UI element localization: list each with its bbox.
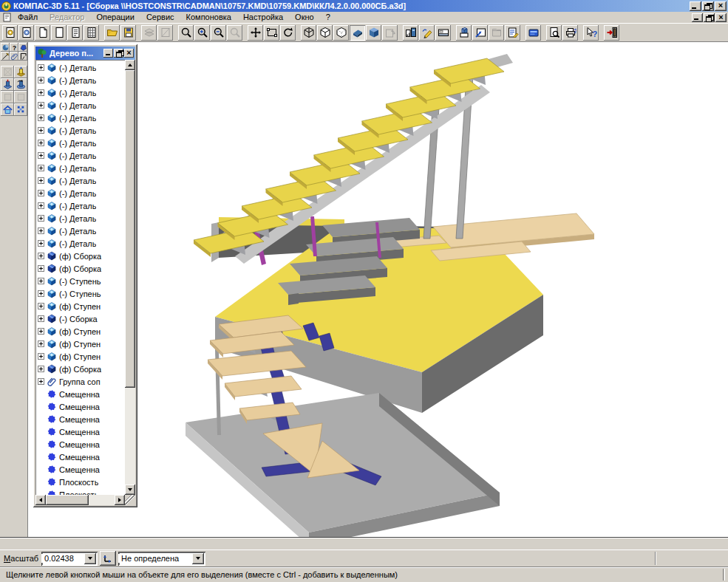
messages-window-button[interactable]: [525, 25, 541, 41]
mode-help-button[interactable]: ?: [10, 43, 18, 52]
refresh-view-button[interactable]: [280, 25, 296, 41]
tree-item[interactable]: Смещенна: [35, 463, 125, 476]
expand-plus-icon[interactable]: [38, 340, 44, 347]
tree-item[interactable]: Смещенна: [35, 388, 125, 400]
zoom-in-button[interactable]: [194, 25, 210, 41]
tree-item[interactable]: (-) Деталь: [35, 162, 125, 174]
new-text-document-button[interactable]: [67, 25, 83, 41]
tree-item[interactable]: Смещенна: [35, 400, 125, 413]
tree-item[interactable]: (ф) Сборка: [35, 363, 125, 375]
document-system-menu-icon[interactable]: [2, 13, 12, 22]
new-fragment-button[interactable]: [35, 25, 50, 41]
tree-item[interactable]: (ф) Ступен: [35, 300, 125, 312]
expand-plus-icon[interactable]: [38, 140, 44, 146]
new-part-template-button[interactable]: [2, 25, 18, 41]
tree-view[interactable]: (-) Деталь(-) Деталь(-) Деталь(-) Деталь…: [35, 60, 125, 495]
close-document-button[interactable]: [604, 25, 619, 41]
menu-item-layout[interactable]: Компоновка: [180, 12, 237, 23]
tree-item[interactable]: (-) Сборка: [35, 312, 125, 325]
tree-item[interactable]: (ф) Ступен: [35, 350, 125, 363]
tree-item[interactable]: (-) Деталь: [35, 212, 125, 225]
mode-surfaces-button[interactable]: [18, 43, 27, 52]
menu-item-service[interactable]: Сервис: [140, 12, 180, 23]
scroll-down-button[interactable]: [125, 485, 135, 495]
context-help-button[interactable]: ?: [583, 25, 599, 41]
expand-plus-icon[interactable]: [38, 190, 44, 196]
pan-view-button[interactable]: [248, 25, 263, 41]
horizontal-scroll-thumb[interactable]: [46, 495, 89, 505]
tan-tread[interactable]: [225, 376, 302, 397]
tree-item[interactable]: (-) Деталь: [35, 99, 125, 112]
construction-plane-button[interactable]: [1, 103, 14, 116]
resize-grip[interactable]: [125, 495, 135, 505]
expand-plus-icon[interactable]: [38, 253, 44, 259]
orientation-combo[interactable]: [118, 552, 205, 566]
scale-dropdown-button[interactable]: [84, 553, 96, 564]
tree-item[interactable]: Смещенна: [35, 425, 125, 438]
expand-plus-icon[interactable]: [38, 177, 44, 184]
orientation-dropdown-button[interactable]: [192, 553, 204, 564]
expand-plus-icon[interactable]: [38, 227, 44, 234]
tree-vertical-scrollbar[interactable]: [125, 60, 135, 495]
tree-item[interactable]: (-) Ступень: [35, 287, 125, 300]
scale-combo[interactable]: [41, 552, 98, 566]
tree-minimize-button[interactable]: [103, 49, 113, 58]
tree-item[interactable]: Смещенна: [35, 438, 125, 451]
tree-item[interactable]: (-) Деталь: [35, 187, 125, 199]
expand-plus-icon[interactable]: [38, 127, 44, 134]
orientation-input[interactable]: [118, 554, 192, 563]
variables-button[interactable]: [472, 25, 488, 41]
display-shaded-wire-button[interactable]: [366, 25, 381, 41]
tree-item[interactable]: (ф) Сборка: [35, 262, 125, 275]
expand-plus-icon[interactable]: [38, 328, 44, 335]
zoom-button[interactable]: [178, 25, 194, 41]
assembly-components-button[interactable]: [456, 25, 472, 41]
display-shaded-button[interactable]: [350, 25, 365, 41]
scroll-right-button[interactable]: [115, 495, 125, 505]
close-button[interactable]: [715, 1, 727, 11]
tree-item[interactable]: (-) Деталь: [35, 174, 125, 187]
print-preview-button[interactable]: [546, 25, 562, 41]
scroll-left-button[interactable]: [35, 495, 46, 505]
expand-plus-icon[interactable]: [38, 265, 44, 272]
tree-item[interactable]: (ф) Ступен: [35, 338, 125, 350]
mode-part-edit-button[interactable]: [1, 43, 10, 52]
orientation-button[interactable]: [100, 551, 116, 566]
new-sketch-button[interactable]: [419, 25, 435, 41]
vertical-scroll-thumb[interactable]: [125, 70, 135, 388]
operation-revolve-button[interactable]: [14, 78, 27, 91]
mdi-restore-button[interactable]: [704, 13, 715, 22]
tree-item[interactable]: (-) Деталь: [35, 237, 125, 250]
menu-item-operations[interactable]: Операции: [90, 12, 140, 23]
tree-item[interactable]: (-) Деталь: [35, 199, 125, 212]
mode-sketch-button[interactable]: [1, 52, 10, 61]
tree-item[interactable]: (ф) Сборка: [35, 250, 125, 262]
expand-plus-icon[interactable]: [38, 64, 44, 71]
expand-plus-icon[interactable]: [38, 165, 44, 171]
display-no-hidden-button[interactable]: [317, 25, 333, 41]
tree-item[interactable]: Смещенна: [35, 451, 125, 463]
tree-item[interactable]: (-) Ступень: [35, 275, 125, 287]
new-assembly-template-button[interactable]: [18, 25, 34, 41]
mdi-close-button[interactable]: [715, 13, 727, 22]
menu-item-window[interactable]: Окно: [289, 12, 320, 23]
expand-plus-icon[interactable]: [38, 278, 44, 284]
points-array-button[interactable]: [14, 103, 27, 116]
scroll-up-button[interactable]: [125, 60, 135, 70]
mode-constraints-button[interactable]: [10, 52, 18, 61]
minimize-button[interactable]: [690, 1, 701, 11]
tree-horizontal-scrollbar[interactable]: [35, 495, 125, 505]
tree-close-button[interactable]: [124, 49, 134, 58]
tree-maximize-button[interactable]: [114, 49, 123, 58]
expand-plus-icon[interactable]: [38, 152, 44, 159]
zoom-frame-button[interactable]: [264, 25, 279, 41]
scale-input[interactable]: [41, 554, 84, 563]
menu-item-settings[interactable]: Настройка: [237, 12, 289, 23]
tree-item[interactable]: Плоскость: [35, 488, 125, 495]
save-document-button[interactable]: [120, 25, 136, 41]
operation-extrude-button[interactable]: [14, 66, 27, 78]
tree-item[interactable]: (-) Деталь: [35, 86, 125, 99]
tree-item[interactable]: (-) Деталь: [35, 61, 125, 74]
tree-item[interactable]: (-) Деталь: [35, 137, 125, 149]
mdi-minimize-button[interactable]: [692, 13, 703, 22]
